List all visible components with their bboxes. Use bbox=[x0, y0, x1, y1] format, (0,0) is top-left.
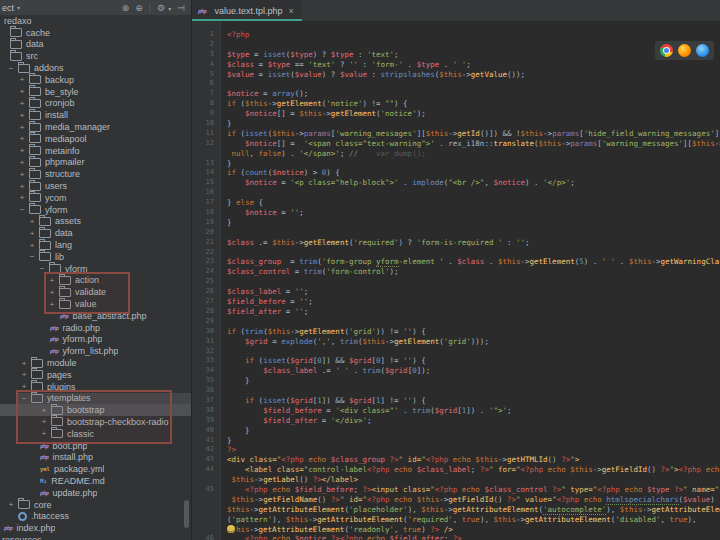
code-line[interactable]: 25 bbox=[192, 277, 720, 287]
code-line[interactable]: 34 $class_label .= ' ' . trim($grid[0]); bbox=[192, 366, 720, 376]
line-number[interactable]: 34 bbox=[192, 366, 220, 376]
tree-row[interactable]: +plugins bbox=[0, 381, 191, 393]
tree-scrollbar-thumb[interactable] bbox=[184, 500, 189, 528]
tree-row[interactable]: +pages bbox=[0, 369, 191, 381]
code-line[interactable]: 35 } bbox=[192, 376, 720, 386]
code-line[interactable]: 18 $notice = ''; bbox=[192, 208, 720, 218]
expand-toggle-icon[interactable]: + bbox=[18, 87, 26, 96]
code-line[interactable]: $this->getFieldName() ?>" id="<?php echo… bbox=[192, 495, 720, 505]
line-number[interactable]: 12 bbox=[192, 139, 220, 149]
tree-row[interactable]: phpupdate.php bbox=[0, 487, 191, 499]
tree-row[interactable]: −ytemplates bbox=[0, 393, 191, 405]
tree-row[interactable]: redaxo bbox=[0, 15, 191, 27]
tree-row[interactable]: +validate bbox=[0, 286, 191, 298]
line-number[interactable] bbox=[192, 525, 220, 535]
line-number[interactable]: 15 bbox=[192, 178, 220, 188]
expand-toggle-icon[interactable]: + bbox=[18, 158, 26, 167]
tree-row[interactable]: +core bbox=[0, 499, 191, 511]
code-line[interactable]: $this->getAttributeElement('placeholder'… bbox=[192, 505, 720, 515]
code-line[interactable]: 24$class_control = trim('form-control'); bbox=[192, 267, 720, 277]
expand-toggle-icon[interactable]: + bbox=[48, 288, 56, 297]
expand-toggle-icon[interactable]: + bbox=[18, 75, 26, 84]
line-number[interactable]: 35 bbox=[192, 376, 220, 386]
code-line[interactable]: 1<?php bbox=[192, 30, 720, 40]
code-line[interactable]: 19} bbox=[192, 218, 720, 228]
expand-toggle-icon[interactable]: + bbox=[48, 276, 56, 285]
locate-file-icon[interactable]: ⊕ bbox=[135, 3, 143, 13]
tree-row[interactable]: +install bbox=[0, 109, 191, 121]
expand-toggle-icon[interactable]: + bbox=[28, 229, 36, 238]
line-number[interactable]: 37 bbox=[192, 396, 220, 406]
line-number[interactable]: 33 bbox=[192, 356, 220, 366]
code-line[interactable]: 14if (count($notice) > 0) { bbox=[192, 168, 720, 178]
line-number[interactable]: 42 bbox=[192, 445, 220, 455]
tree-row[interactable]: +cronjob bbox=[0, 98, 191, 110]
line-number[interactable]: 8 bbox=[192, 99, 220, 109]
code-line[interactable]: ('pattern'), $this->getAttributeElement(… bbox=[192, 515, 720, 525]
code-line[interactable]: 30if (trim($this->getElement('grid')) !=… bbox=[192, 327, 720, 337]
code-line[interactable]: 23$class_group = trim('form-group yform-… bbox=[192, 257, 720, 267]
code-line[interactable]: 22 bbox=[192, 248, 720, 258]
line-number[interactable]: 23 bbox=[192, 257, 220, 267]
tree-row[interactable]: −addons bbox=[0, 62, 191, 74]
close-panel-icon[interactable]: ⊗ bbox=[122, 3, 130, 13]
project-selector[interactable]: ect bbox=[2, 3, 14, 13]
code-line[interactable]: 6 bbox=[192, 79, 720, 89]
line-number[interactable]: 16 bbox=[192, 188, 220, 198]
tree-row[interactable]: ymlpackage.yml bbox=[0, 463, 191, 475]
expand-toggle-icon[interactable]: + bbox=[48, 300, 56, 309]
line-number[interactable]: 38 bbox=[192, 406, 220, 416]
tree-row[interactable]: +assets bbox=[0, 216, 191, 228]
code-line[interactable]: 27$field_before = ''; bbox=[192, 297, 720, 307]
code-line[interactable]: null, false) . '</span>'; // var_dump(); bbox=[192, 149, 720, 159]
tree-row[interactable]: .htaccess bbox=[0, 510, 191, 522]
collapse-toggle-icon[interactable]: − bbox=[28, 252, 36, 261]
code-line[interactable]: 10} bbox=[192, 119, 720, 129]
expand-toggle-icon[interactable]: + bbox=[18, 111, 26, 120]
line-number[interactable]: 41 bbox=[192, 436, 220, 446]
tab-value-text-tpl-php[interactable]: php value.text.tpl.php × bbox=[192, 0, 302, 21]
tree-row[interactable]: −yform bbox=[0, 204, 191, 216]
code-line[interactable]: 5$value = isset($value) ? $value : strip… bbox=[192, 70, 720, 80]
line-number[interactable]: 43 bbox=[192, 455, 220, 465]
line-number[interactable]: 31 bbox=[192, 337, 220, 347]
tree-row[interactable]: +ycom bbox=[0, 192, 191, 204]
line-number[interactable]: 40 bbox=[192, 426, 220, 436]
line-number[interactable]: 9 bbox=[192, 109, 220, 119]
line-number[interactable]: 17 bbox=[192, 198, 220, 208]
tree-row[interactable]: phpbase_abstract.php bbox=[0, 310, 191, 322]
line-number[interactable]: 11 bbox=[192, 129, 220, 139]
line-number[interactable]: 14 bbox=[192, 168, 220, 178]
tree-row[interactable]: +users bbox=[0, 180, 191, 192]
line-number[interactable]: 18 bbox=[192, 208, 220, 218]
expand-toggle-icon[interactable]: + bbox=[20, 382, 28, 391]
tree-row[interactable]: src bbox=[0, 50, 191, 62]
tree-row[interactable]: +data bbox=[0, 227, 191, 239]
code-line[interactable]: 46 <?php echo $notice ?><?php echo $fiel… bbox=[192, 534, 720, 540]
code-line[interactable]: 11if (isset($this->params['warning_messa… bbox=[192, 129, 720, 139]
tree-row[interactable]: +media_manager bbox=[0, 121, 191, 133]
code-line[interactable]: 16 bbox=[192, 188, 720, 198]
tree-row[interactable]: resources bbox=[0, 534, 191, 540]
line-number[interactable] bbox=[192, 495, 220, 505]
close-tab-icon[interactable]: × bbox=[288, 6, 293, 16]
tree-row[interactable]: +value bbox=[0, 298, 191, 310]
code-line[interactable]: 41} bbox=[192, 436, 720, 446]
code-line[interactable]: 17} else { bbox=[192, 198, 720, 208]
chrome-browser-icon[interactable] bbox=[660, 44, 673, 57]
line-number[interactable]: 3 bbox=[192, 50, 220, 60]
tree-row[interactable]: phpradio.php bbox=[0, 322, 191, 334]
expand-toggle-icon[interactable]: + bbox=[18, 99, 26, 108]
code-line[interactable]: 29 bbox=[192, 317, 720, 327]
expand-toggle-icon[interactable]: + bbox=[40, 429, 48, 438]
line-number[interactable]: 21 bbox=[192, 238, 220, 248]
code-line[interactable]: 44 <label class="control-label<?php echo… bbox=[192, 465, 720, 475]
tree-row[interactable]: phpboot.php bbox=[0, 440, 191, 452]
line-number[interactable]: 26 bbox=[192, 287, 220, 297]
tree-row[interactable]: +be_style bbox=[0, 86, 191, 98]
line-number[interactable] bbox=[192, 515, 220, 525]
line-number[interactable]: 2 bbox=[192, 40, 220, 50]
code-line[interactable]: 4$class = $type == 'text' ? '' : 'form-'… bbox=[192, 60, 720, 70]
tree-row[interactable]: +mediapool bbox=[0, 133, 191, 145]
code-line[interactable]: 13} bbox=[192, 159, 720, 169]
